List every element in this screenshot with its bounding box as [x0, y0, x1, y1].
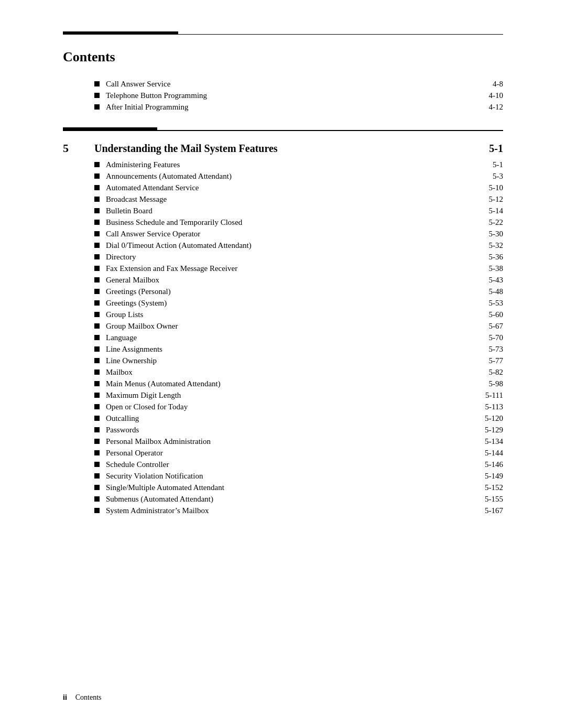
- toc-page: 5-12: [472, 195, 503, 204]
- list-item: Security Violation Notification5-149: [63, 472, 503, 481]
- toc-page: 5-113: [472, 403, 503, 411]
- toc-page: 5-36: [472, 253, 503, 262]
- toc-label: Line Assignments: [106, 345, 472, 354]
- bullet-icon: [94, 266, 100, 271]
- bullet-icon: [94, 358, 100, 363]
- toc-page: 5-32: [472, 241, 503, 250]
- footer-text: Contents: [75, 693, 102, 702]
- toc-label: System Administrator’s Mailbox: [106, 506, 472, 515]
- toc-label: Security Violation Notification: [106, 472, 472, 481]
- bullet-icon: [94, 427, 100, 432]
- toc-page: 5-60: [472, 310, 503, 319]
- toc-label: Open or Closed for Today: [106, 403, 472, 411]
- bullet-icon: [94, 450, 100, 455]
- toc-page: 5-82: [472, 368, 503, 377]
- toc-page: 5-22: [472, 218, 503, 227]
- list-item: After Initial Programming 4-12: [63, 103, 503, 112]
- toc-label: Personal Mailbox Administration: [106, 437, 472, 446]
- toc-page: 5-1: [472, 160, 503, 169]
- toc-label: Dial 0/Timeout Action (Automated Attenda…: [106, 241, 472, 250]
- list-item: Main Menus (Automated Attendant)5-98: [63, 379, 503, 388]
- chapter-divider: [63, 127, 503, 131]
- toc-label: Announcements (Automated Attendant): [106, 172, 472, 181]
- top-toc-entries: Call Answer Service 4-8 Telephone Button…: [63, 80, 503, 112]
- list-item: Open or Closed for Today5-113: [63, 403, 503, 411]
- toc-label: Telephone Button Programming: [106, 91, 472, 100]
- toc-label: Greetings (Personal): [106, 287, 472, 296]
- toc-page: 5-10: [472, 183, 503, 192]
- toc-page: 5-14: [472, 207, 503, 215]
- bullet-icon: [94, 346, 100, 352]
- toc-label: Personal Operator: [106, 449, 472, 458]
- list-item: Line Assignments5-73: [63, 345, 503, 354]
- bullet-icon: [94, 220, 100, 225]
- toc-label: Maximum Digit Length: [106, 391, 472, 400]
- toc-label: Business Schedule and Temporarily Closed: [106, 218, 472, 227]
- toc-page: 5-111: [472, 391, 503, 400]
- toc-label: Line Ownership: [106, 356, 472, 365]
- bullet-icon: [94, 300, 100, 306]
- list-item: Schedule Controller5-146: [63, 460, 503, 469]
- toc-label: Schedule Controller: [106, 460, 472, 469]
- bullet-icon: [94, 197, 100, 202]
- toc-page: 5-149: [472, 472, 503, 481]
- list-item: Maximum Digit Length5-111: [63, 391, 503, 400]
- bullet-icon: [94, 104, 100, 110]
- chapter-toc-entries: Administering Features5-1Announcements (…: [63, 160, 503, 515]
- list-item: Line Ownership5-77: [63, 356, 503, 365]
- toc-page: 5-38: [472, 264, 503, 273]
- toc-page: 5-70: [472, 333, 503, 342]
- toc-label: After Initial Programming: [106, 103, 472, 112]
- list-item: Group Mailbox Owner5-67: [63, 322, 503, 331]
- list-item: Telephone Button Programming 4-10: [63, 91, 503, 100]
- toc-label: Passwords: [106, 426, 472, 434]
- footer: ii Contents: [63, 693, 503, 702]
- list-item: Bulletin Board5-14: [63, 207, 503, 215]
- toc-label: Call Answer Service: [106, 80, 472, 89]
- toc-page: 5-155: [472, 495, 503, 504]
- toc-page: 5-77: [472, 356, 503, 365]
- toc-page: 5-152: [472, 483, 503, 492]
- toc-label: Fax Extension and Fax Message Receiver: [106, 264, 472, 273]
- list-item: Personal Operator5-144: [63, 449, 503, 458]
- toc-page: 5-134: [472, 437, 503, 446]
- toc-page: 5-167: [472, 506, 503, 515]
- toc-page: 5-67: [472, 322, 503, 331]
- toc-page: 5-73: [472, 345, 503, 354]
- toc-label: Broadcast Message: [106, 195, 472, 204]
- bullet-icon: [94, 496, 100, 502]
- chapter-title: Understanding the Mail System Features: [94, 143, 472, 155]
- bullet-icon: [94, 416, 100, 421]
- list-item: Call Answer Service Operator5-30: [63, 230, 503, 238]
- top-rule: [63, 31, 503, 35]
- toc-page: 4-8: [472, 80, 503, 89]
- toc-label: Main Menus (Automated Attendant): [106, 379, 472, 388]
- bullet-icon: [94, 312, 100, 317]
- bullet-icon: [94, 81, 100, 86]
- list-item: Language5-70: [63, 333, 503, 342]
- toc-page: 5-144: [472, 449, 503, 458]
- toc-page: 4-12: [472, 103, 503, 112]
- toc-label: Language: [106, 333, 472, 342]
- bullet-icon: [94, 162, 100, 167]
- list-item: Business Schedule and Temporarily Closed…: [63, 218, 503, 227]
- list-item: Personal Mailbox Administration5-134: [63, 437, 503, 446]
- bullet-icon: [94, 393, 100, 398]
- toc-page: 5-98: [472, 379, 503, 388]
- bullet-icon: [94, 404, 100, 409]
- bullet-icon: [94, 277, 100, 282]
- toc-label: Outcalling: [106, 414, 472, 423]
- list-item: Greetings (Personal)5-48: [63, 287, 503, 296]
- toc-label: Group Mailbox Owner: [106, 322, 472, 331]
- toc-label: Administering Features: [106, 160, 472, 169]
- bullet-icon: [94, 93, 100, 98]
- top-rule-thin: [178, 34, 503, 35]
- bullet-icon: [94, 173, 100, 179]
- toc-page: 5-120: [472, 414, 503, 423]
- toc-page: 5-48: [472, 287, 503, 296]
- bullet-icon: [94, 439, 100, 444]
- list-item: Announcements (Automated Attendant)5-3: [63, 172, 503, 181]
- list-item: Single/Multiple Automated Attendant5-152: [63, 483, 503, 492]
- page: Contents Call Answer Service 4-8 Telepho…: [0, 0, 566, 728]
- list-item: System Administrator’s Mailbox5-167: [63, 506, 503, 515]
